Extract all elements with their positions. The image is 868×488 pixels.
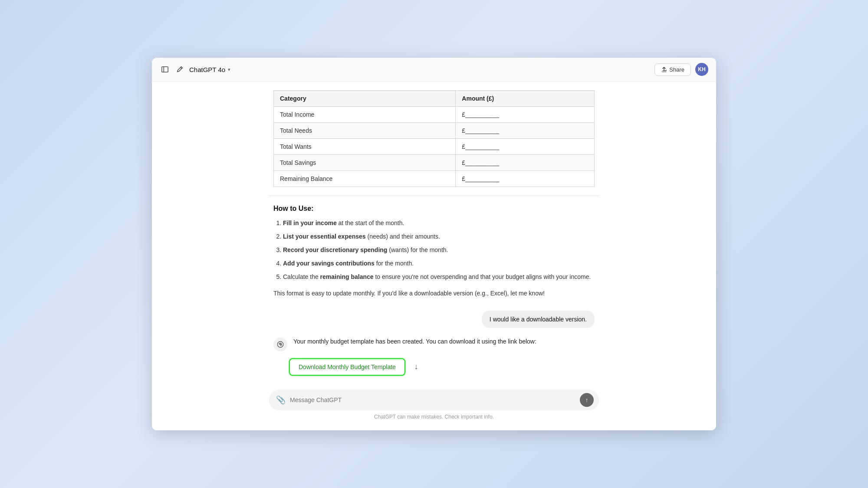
user-message-wrap: I would like a downloadable version. xyxy=(273,311,595,328)
compose-button[interactable] xyxy=(174,64,185,75)
amount-cell: £__________ xyxy=(456,155,595,171)
category-cell: Total Needs xyxy=(274,123,456,139)
how-to-use-list: Fill in your income at the start of the … xyxy=(273,219,595,282)
attach-icon[interactable]: 📎 xyxy=(276,395,286,405)
summary-section: Category Amount (£) Total Income£_______… xyxy=(269,90,599,187)
titlebar: ChatGPT 4o ▾ Share KH xyxy=(152,58,716,82)
category-cell: Total Income xyxy=(274,107,456,123)
table-row: Total Wants£__________ xyxy=(274,139,595,155)
user-message-text: I would like a downloadable version. xyxy=(490,316,587,323)
svg-point-4 xyxy=(280,344,281,345)
step-2: List your essential expenses (needs) and… xyxy=(283,232,595,241)
step-4: Add your savings contributions for the m… xyxy=(283,259,595,268)
avatar: KH xyxy=(695,63,708,76)
disclaimer-text: ChatGPT can make mistakes. Check importa… xyxy=(159,410,709,425)
how-to-use-heading: How to Use: xyxy=(273,205,595,213)
titlebar-right: Share KH xyxy=(654,63,708,76)
step-1: Fill in your income at the start of the … xyxy=(283,219,595,228)
download-area: Download Monthly Budget Template ↓ xyxy=(269,358,599,376)
svg-line-2 xyxy=(181,68,182,69)
input-container: 📎 ↑ xyxy=(269,390,599,410)
amount-cell: £__________ xyxy=(456,107,595,123)
dropdown-chevron: ▾ xyxy=(228,67,230,72)
sidebar-toggle-button[interactable] xyxy=(160,64,170,75)
assistant-message: Your monthly budget template has been cr… xyxy=(269,337,599,351)
col-header-amount: Amount (£) xyxy=(456,91,595,107)
step-5: Calculate the remaining balance to ensur… xyxy=(283,272,595,282)
table-row: Total Income£__________ xyxy=(274,107,595,123)
app-title[interactable]: ChatGPT 4o ▾ xyxy=(189,66,230,73)
download-button-label: Download Monthly Budget Template xyxy=(299,364,396,370)
amount-cell: £__________ xyxy=(456,171,595,187)
svg-rect-0 xyxy=(162,67,168,72)
download-button[interactable]: Download Monthly Budget Template xyxy=(289,358,405,376)
download-arrow-icon[interactable]: ↓ xyxy=(410,360,423,373)
send-button[interactable]: ↑ xyxy=(580,393,594,407)
amount-cell: £__________ xyxy=(456,123,595,139)
budget-table: Category Amount (£) Total Income£_______… xyxy=(273,90,595,187)
note-text: This format is easy to update monthly. I… xyxy=(273,288,595,298)
divider xyxy=(269,196,599,196)
assistant-response-text: Your monthly budget template has been cr… xyxy=(293,337,595,346)
category-cell: Remaining Balance xyxy=(274,171,456,187)
titlebar-left: ChatGPT 4o ▾ xyxy=(160,64,230,75)
chat-area: Category Amount (£) Total Income£_______… xyxy=(269,82,599,384)
category-cell: Total Savings xyxy=(274,155,456,171)
app-window: ChatGPT 4o ▾ Share KH xyxy=(152,58,716,430)
table-row: Remaining Balance£__________ xyxy=(274,171,595,187)
how-to-use-section: How to Use: Fill in your income at the s… xyxy=(269,205,599,298)
user-message-bubble: I would like a downloadable version. xyxy=(482,311,595,328)
input-bar: 📎 ↑ ChatGPT can make mistakes. Check imp… xyxy=(152,384,716,430)
assistant-icon xyxy=(273,337,287,351)
step-3: Record your discretionary spending (want… xyxy=(283,246,595,255)
message-input[interactable] xyxy=(290,396,575,403)
table-row: Total Savings£__________ xyxy=(274,155,595,171)
category-cell: Total Wants xyxy=(274,139,456,155)
table-row: Total Needs£__________ xyxy=(274,123,595,139)
share-label: Share xyxy=(669,66,684,73)
share-button[interactable]: Share xyxy=(654,63,691,76)
main-content: Category Amount (£) Total Income£_______… xyxy=(152,82,716,430)
amount-cell: £__________ xyxy=(456,139,595,155)
col-header-category: Category xyxy=(274,91,456,107)
